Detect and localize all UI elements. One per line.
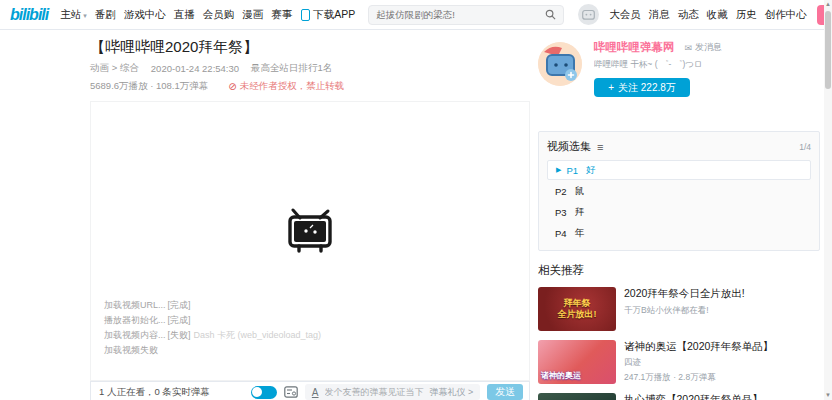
danmaku-toggle-knob [252,387,262,397]
uploader-signature: 哔哩哔哩 干杯~ ( ゜- ゜)つロ [594,59,820,71]
related-video-3: 执心·博弈 执心博弈【2020拜年祭单品】 艾叶 303.2万播放 · 10.3… [538,393,820,400]
bilibili-logo[interactable]: bilibili [10,6,48,24]
video-player[interactable]: 加载视频URL...[完成] 播放器初始化...[完成] 加载视频内容...[失… [90,101,530,381]
related-video-2: 诸神的奥运 诸神的奥运【2020拜年祭单品】 四迹 247.1万播放 · 2.8… [538,340,820,384]
player-log-line: 加载视频失败 [104,343,321,358]
send-message-label: 发消息 [695,41,722,54]
nav-link-esports[interactable]: 赛事 [271,8,292,22]
related-video-1: 拜年祭 全片放出! 2020拜年祭今日全片放出! 千万B站小伙伴都在看! [538,287,820,331]
scrollbar-up-arrow-icon[interactable]: ▲ [824,0,832,9]
copyright-notice: ⊘ 未经作者授权，禁止转载 [228,80,344,93]
nav-link-feed[interactable]: 动态 [678,8,699,22]
tv-face-icon [582,9,595,20]
danmaku-toolbar: 1 人正在看，0 条实时弹幕 A 发个友善的弹幕见证当下 弹幕礼仪 > 发送 [90,381,530,400]
nav-link-game-center[interactable]: 游戏中心 [124,8,166,22]
playlist-card: 视频选集 ≡ 1/4 ▶ P1 好 P2 鼠 P3 拜 P4 年 [538,131,820,251]
playlist-page-indicator: 1/4 [799,142,811,152]
forbid-icon: ⊘ [228,81,236,92]
playlist-item-p3[interactable]: P3 拜 [547,202,811,222]
search-input[interactable] [376,9,545,20]
related-section-title: 相关推荐 [538,263,820,278]
play-icon: ▶ [556,166,561,174]
view-danmaku-stats: 5689.6万播放 · 108.1万弹幕 [90,80,208,93]
related-video-1-title[interactable]: 2020拜年祭今日全片放出! [624,287,780,300]
playlist-item-p4[interactable]: P4 年 [547,223,811,243]
video-title: 【哔哩哔哩2020拜年祭】 [90,38,530,57]
breadcrumb[interactable]: 动画 > 综合 [90,62,139,75]
user-avatar[interactable] [578,4,599,25]
sidebar: 哔哩哔哩弹幕网 ✉ 发消息 哔哩哔哩 干杯~ ( ゜- ゜)つロ + 关注 22… [538,40,820,400]
search-box [368,5,564,25]
related-video-1-subtitle: 千万B站小伙伴都在看! [624,305,780,317]
phone-icon [301,9,310,21]
nav-link-bangumi[interactable]: 番剧 [95,8,116,22]
related-video-2-title[interactable]: 诸神的奥运【2020拜年祭单品】 [624,340,780,353]
player-log-line: 加载视频URL...[完成] [104,298,321,313]
nav-link-messages[interactable]: 消息 [649,8,670,22]
nav-link-vip[interactable]: 大会员 [609,8,641,22]
send-message-button[interactable]: ✉ 发消息 [685,41,723,54]
follow-label: 关注 222.8万 [618,81,676,95]
related-video-1-thumbnail[interactable]: 拜年祭 全片放出! [538,287,616,331]
nav-link-creator-center[interactable]: 创作中心 [765,8,807,22]
danmaku-send-button[interactable]: 发送 [487,384,523,400]
mascot-tv-icon [538,42,582,86]
scrollbar-thumb[interactable] [825,11,831,89]
player-load-log: 加载视频URL...[完成] 播放器初始化...[完成] 加载视频内容...[失… [104,298,321,358]
uploader-name[interactable]: 哔哩哔哩弹幕网 [594,40,675,55]
envelope-icon: ✉ [685,43,693,53]
playlist-item-p1[interactable]: ▶ P1 好 [547,160,811,180]
nav-link-main-label: 主站 [60,8,81,20]
scrollbar-down-arrow-icon[interactable]: ▼ [824,391,832,400]
download-app-button[interactable]: 下载APP [301,8,355,22]
player-log-line: 加载视频内容...[失败]Dash 卡死 (web_videoload_tag) [104,328,321,343]
top-navbar: bilibili 主站▾ 番剧 游戏中心 直播 会员购 漫画 赛事 下载APP … [0,0,824,30]
copyright-text: 未经作者授权，禁止转载 [240,80,345,93]
list-view-icon[interactable]: ≡ [597,141,603,153]
player-log-line: 播放器初始化...[完成] [104,313,321,328]
rank-badge: 最高全站日排行1名 [251,62,332,75]
follow-button[interactable]: + 关注 222.8万 [594,78,690,97]
video-column: 【哔哩哔哩2020拜年祭】 动画 > 综合 2020-01-24 22:54:3… [90,38,530,400]
danmaku-input-placeholder: 发个友善的弹幕见证当下 [325,386,424,399]
search-icon[interactable] [545,9,556,20]
related-section: 相关推荐 拜年祭 全片放出! 2020拜年祭今日全片放出! 千万B站小伙伴都在看… [538,263,820,400]
danmaku-etiquette-link[interactable]: 弹幕礼仪 > [430,386,474,399]
related-video-3-thumbnail[interactable]: 执心·博弈 [538,393,616,400]
related-video-2-thumbnail[interactable]: 诸神的奥运 [538,340,616,384]
nav-link-favorites[interactable]: 收藏 [707,8,728,22]
video-meta-primary: 动画 > 综合 2020-01-24 22:54:30 最高全站日排行1名 [90,62,530,75]
download-app-label: 下载APP [313,8,355,22]
nav-link-history[interactable]: 历史 [736,8,757,22]
font-style-icon[interactable]: A [312,387,319,398]
nav-link-live[interactable]: 直播 [174,8,195,22]
watching-status: 1 人正在看，0 条实时弹幕 [99,386,210,399]
page-scrollbar: ▲ ▼ [824,0,832,400]
uploader-card: 哔哩哔哩弹幕网 ✉ 发消息 哔哩哔哩 干杯~ ( ゜- ゜)つロ + 关注 22… [538,40,820,118]
nav-link-shop[interactable]: 会员购 [203,8,235,22]
player-error-tv-icon [283,208,337,258]
publish-time: 2020-01-24 22:54:30 [151,63,239,74]
nav-link-main[interactable]: 主站▾ [60,8,87,22]
video-meta-secondary: 5689.6万播放 · 108.1万弹幕 ⊘ 未经作者授权，禁止转载 [90,80,530,93]
uploader-avatar[interactable] [538,42,582,86]
nav-link-manga[interactable]: 漫画 [242,8,263,22]
danmaku-settings-icon[interactable] [284,386,298,398]
playlist-item-p2[interactable]: P2 鼠 [547,181,811,201]
chevron-down-icon: ▾ [83,12,87,19]
plus-icon: + [608,82,614,93]
playlist-title: 视频选集 [547,139,591,154]
danmaku-input[interactable]: A 发个友善的弹幕见证当下 弹幕礼仪 > [305,384,480,400]
related-video-3-title[interactable]: 执心博弈【2020拜年祭单品】 [624,393,780,400]
related-video-2-stats: 247.1万播放 · 2.8万弹幕 [624,372,780,384]
danmaku-toggle[interactable] [251,386,277,399]
related-video-2-uploader[interactable]: 四迹 [624,357,780,369]
